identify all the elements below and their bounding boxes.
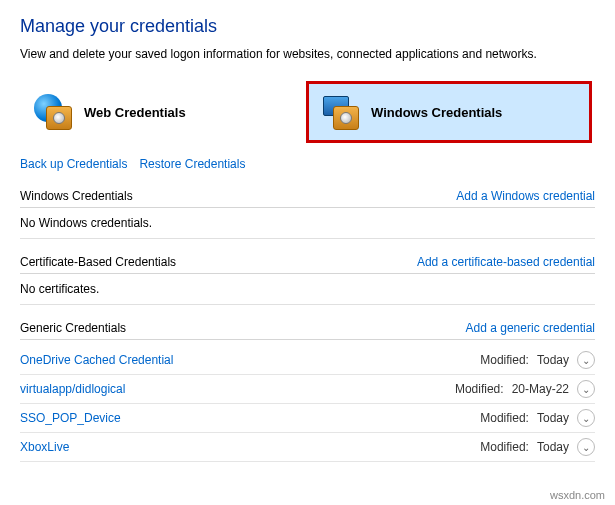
backup-credentials-link[interactable]: Back up Credentials <box>20 157 127 171</box>
section-cert-credentials: Certificate-Based Credentials Add a cert… <box>20 255 595 305</box>
credential-row[interactable]: XboxLiveModified:Today⌄ <box>20 433 595 462</box>
chevron-down-icon[interactable]: ⌄ <box>577 380 595 398</box>
page-subtitle: View and delete your saved logon informa… <box>20 47 595 61</box>
modified-value: 20-May-22 <box>512 382 569 396</box>
credential-name[interactable]: virtualapp/didlogical <box>20 382 125 396</box>
page-title: Manage your credentials <box>20 16 595 37</box>
credential-name[interactable]: SSO_POP_Device <box>20 411 121 425</box>
watermark: wsxdn.com <box>550 489 605 501</box>
tab-web-label: Web Credentials <box>84 105 186 120</box>
modified-label: Modified: <box>480 353 529 367</box>
add-generic-credential-link[interactable]: Add a generic credential <box>466 321 595 335</box>
section-generic-title: Generic Credentials <box>20 321 126 335</box>
windows-credentials-icon <box>321 94 363 130</box>
action-links: Back up Credentials Restore Credentials <box>20 157 595 171</box>
tab-windows-credentials[interactable]: Windows Credentials <box>306 81 592 143</box>
windows-empty-message: No Windows credentials. <box>20 214 595 239</box>
credential-row[interactable]: virtualapp/didlogicalModified:20-May-22⌄ <box>20 375 595 404</box>
credential-row[interactable]: SSO_POP_DeviceModified:Today⌄ <box>20 404 595 433</box>
credential-tabs: Web Credentials Windows Credentials <box>20 81 595 143</box>
modified-label: Modified: <box>455 382 504 396</box>
section-cert-title: Certificate-Based Credentials <box>20 255 176 269</box>
section-generic-credentials: Generic Credentials Add a generic creden… <box>20 321 595 462</box>
section-windows-credentials: Windows Credentials Add a Windows creden… <box>20 189 595 239</box>
modified-label: Modified: <box>480 440 529 454</box>
modified-label: Modified: <box>480 411 529 425</box>
chevron-down-icon[interactable]: ⌄ <box>577 438 595 456</box>
chevron-down-icon[interactable]: ⌄ <box>577 351 595 369</box>
credential-name[interactable]: OneDrive Cached Credential <box>20 353 173 367</box>
modified-value: Today <box>537 353 569 367</box>
section-windows-title: Windows Credentials <box>20 189 133 203</box>
restore-credentials-link[interactable]: Restore Credentials <box>139 157 245 171</box>
add-cert-credential-link[interactable]: Add a certificate-based credential <box>417 255 595 269</box>
credential-row[interactable]: OneDrive Cached CredentialModified:Today… <box>20 346 595 375</box>
tab-web-credentials[interactable]: Web Credentials <box>20 81 306 143</box>
modified-value: Today <box>537 440 569 454</box>
cert-empty-message: No certificates. <box>20 280 595 305</box>
modified-value: Today <box>537 411 569 425</box>
tab-windows-label: Windows Credentials <box>371 105 502 120</box>
chevron-down-icon[interactable]: ⌄ <box>577 409 595 427</box>
credential-name[interactable]: XboxLive <box>20 440 69 454</box>
web-credentials-icon <box>34 94 76 130</box>
add-windows-credential-link[interactable]: Add a Windows credential <box>456 189 595 203</box>
